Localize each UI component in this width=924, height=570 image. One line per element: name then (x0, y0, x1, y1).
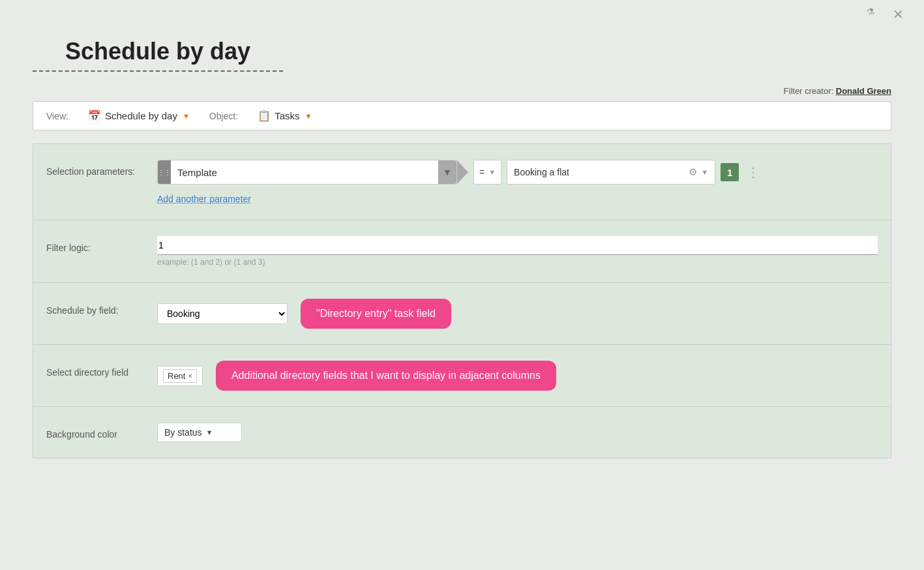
object-name: Tasks (275, 110, 299, 121)
tasks-icon: 📋 (258, 110, 271, 122)
schedule-by-field-content: Booking "Directory entry" task field (157, 299, 878, 329)
calendar-icon: 📅 (88, 110, 101, 122)
filter-logic-label: Filter logic: (46, 236, 144, 253)
selection-params-row: Selection parameters: ⋮⋮ Template ▼ (46, 160, 878, 204)
filter-creator-name[interactable]: Donald Green (836, 86, 891, 96)
template-value: Template (171, 167, 438, 178)
selection-params-section: Selection parameters: ⋮⋮ Template ▼ (33, 144, 891, 220)
equals-value: = (479, 167, 484, 177)
background-color-content: By status ▼ (157, 423, 878, 442)
directory-fields-tooltip: Additional directory fields that I want … (216, 361, 556, 391)
object-selector[interactable]: 📋 Tasks ▼ (258, 110, 312, 122)
filter-logic-section: Filter logic: example: (1 and 2) or (1 a… (33, 220, 891, 283)
rent-tag: Rent × (163, 369, 197, 383)
object-dropdown-arrow: ▼ (305, 112, 312, 120)
tag-label: Rent (168, 371, 185, 381)
filter-logic-hint: example: (1 and 2) or (1 and 3) (157, 258, 878, 267)
drag-handle-icon: ⋮⋮ (158, 160, 171, 184)
booking-dropdown-arrow: ▼ (701, 168, 708, 176)
gear-icon[interactable]: ⚙ (689, 166, 697, 178)
object-label: Object: (209, 111, 238, 121)
bg-color-dropdown-arrow: ▼ (206, 428, 213, 436)
view-selector[interactable]: 📅 Schedule by day ▼ (88, 110, 190, 122)
background-color-row: Background color By status ▼ (46, 423, 878, 442)
schedule-by-field-section: Schedule by field: Booking "Directory en… (33, 283, 891, 345)
select-directory-section: Select directory field Rent × Additional… (33, 345, 891, 407)
schedule-by-field-label: Schedule by field: (46, 299, 144, 316)
view-dropdown-arrow: ▼ (183, 112, 190, 120)
view-name: Schedule by day (105, 110, 177, 121)
more-options-icon[interactable]: ⋮ (744, 162, 762, 183)
flask-icon[interactable]: ⚗ (867, 7, 885, 25)
tag-remove-icon[interactable]: × (188, 372, 192, 380)
filter-logic-row: Filter logic: example: (1 and 2) or (1 a… (46, 236, 878, 267)
filter-logic-input[interactable] (157, 236, 878, 255)
bg-color-value: By status (164, 427, 202, 438)
template-arrow (456, 160, 468, 185)
select-directory-row: Select directory field Rent × Additional… (46, 361, 878, 391)
filter-creator-row: Filter creator: Donald Green (0, 81, 924, 101)
filter-creator-label: Filter creator: (784, 86, 834, 96)
equals-selector[interactable]: = ▼ (473, 160, 501, 185)
template-dropdown-btn[interactable]: ▼ (438, 160, 456, 184)
add-param-link[interactable]: Add another parameter (157, 194, 251, 204)
booking-selector[interactable]: Booking a flat ⚙ ▼ (507, 160, 715, 185)
filter-logic-content: example: (1 and 2) or (1 and 3) (157, 236, 878, 267)
close-icon[interactable]: ✕ (893, 7, 911, 25)
schedule-field-tooltip: "Directory entry" task field (301, 299, 451, 329)
select-directory-label: Select directory field (46, 361, 144, 378)
selection-params-label: Selection parameters: (46, 160, 144, 177)
schedule-by-field-select[interactable]: Booking (157, 303, 288, 324)
bg-color-select[interactable]: By status ▼ (157, 423, 242, 442)
param-row: ⋮⋮ Template ▼ = ▼ Booking a flat (157, 160, 878, 185)
tag-input[interactable]: Rent × (157, 366, 203, 386)
select-directory-content: Rent × Additional directory fields that … (157, 361, 878, 391)
equals-dropdown-arrow: ▼ (488, 168, 496, 176)
booking-value: Booking a flat (514, 167, 685, 177)
template-selector[interactable]: ⋮⋮ Template ▼ (157, 160, 457, 185)
template-wrapper: ⋮⋮ Template ▼ (157, 160, 468, 185)
number-badge: 1 (721, 163, 739, 181)
background-color-label: Background color (46, 423, 144, 440)
schedule-by-field-row: Schedule by field: Booking "Directory en… (46, 299, 878, 329)
view-label: View: (46, 111, 68, 121)
main-content: Selection parameters: ⋮⋮ Template ▼ (33, 143, 891, 458)
page-title: Schedule by day (33, 31, 283, 72)
selection-params-content: ⋮⋮ Template ▼ = ▼ Booking a flat (157, 160, 878, 204)
background-color-section: Background color By status ▼ (33, 407, 891, 458)
view-bar: View: 📅 Schedule by day ▼ Object: 📋 Task… (33, 101, 891, 130)
top-bar: ⚗ ✕ (0, 0, 924, 31)
